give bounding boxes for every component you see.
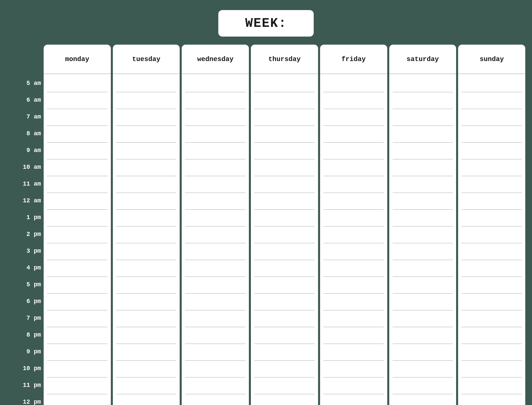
time-slot[interactable] xyxy=(461,126,522,143)
time-slot[interactable] xyxy=(116,394,177,405)
time-slot[interactable] xyxy=(323,126,384,143)
time-slot[interactable] xyxy=(116,109,177,126)
time-slot[interactable] xyxy=(116,260,177,277)
time-slot[interactable] xyxy=(116,75,177,92)
time-slot[interactable] xyxy=(185,310,246,327)
time-slot[interactable] xyxy=(185,143,246,159)
time-slot[interactable] xyxy=(185,92,246,109)
time-slot[interactable] xyxy=(47,75,107,92)
time-slot[interactable] xyxy=(116,344,177,361)
time-slot[interactable] xyxy=(323,260,384,277)
time-slot[interactable] xyxy=(116,159,177,176)
time-slot[interactable] xyxy=(47,327,107,344)
time-slot[interactable] xyxy=(47,193,107,210)
time-slot[interactable] xyxy=(393,109,453,126)
time-slot[interactable] xyxy=(254,377,315,394)
time-slot[interactable] xyxy=(47,143,107,159)
time-slot[interactable] xyxy=(461,226,522,243)
time-slot[interactable] xyxy=(47,344,107,361)
time-slot[interactable] xyxy=(393,327,453,344)
time-slot[interactable] xyxy=(254,226,315,243)
time-slot[interactable] xyxy=(185,377,246,394)
time-slot[interactable] xyxy=(185,159,246,176)
time-slot[interactable] xyxy=(461,159,522,176)
time-slot[interactable] xyxy=(47,176,107,193)
time-slot[interactable] xyxy=(47,159,107,176)
time-slot[interactable] xyxy=(393,294,453,310)
time-slot[interactable] xyxy=(254,159,315,176)
time-slot[interactable] xyxy=(461,294,522,310)
time-slot[interactable] xyxy=(393,394,453,405)
time-slot[interactable] xyxy=(323,294,384,310)
time-slot[interactable] xyxy=(185,193,246,210)
time-slot[interactable] xyxy=(461,260,522,277)
time-slot[interactable] xyxy=(393,92,453,109)
time-slot[interactable] xyxy=(254,327,315,344)
time-slot[interactable] xyxy=(393,159,453,176)
time-slot[interactable] xyxy=(254,277,315,294)
time-slot[interactable] xyxy=(116,176,177,193)
time-slot[interactable] xyxy=(116,294,177,310)
time-slot[interactable] xyxy=(323,310,384,327)
time-slot[interactable] xyxy=(323,75,384,92)
time-slot[interactable] xyxy=(393,193,453,210)
time-slot[interactable] xyxy=(47,277,107,294)
time-slot[interactable] xyxy=(254,126,315,143)
time-slot[interactable] xyxy=(461,176,522,193)
time-slot[interactable] xyxy=(116,361,177,377)
time-slot[interactable] xyxy=(254,176,315,193)
time-slot[interactable] xyxy=(185,126,246,143)
time-slot[interactable] xyxy=(254,310,315,327)
time-slot[interactable] xyxy=(116,210,177,226)
time-slot[interactable] xyxy=(254,75,315,92)
time-slot[interactable] xyxy=(323,193,384,210)
time-slot[interactable] xyxy=(254,193,315,210)
time-slot[interactable] xyxy=(461,193,522,210)
time-slot[interactable] xyxy=(47,294,107,310)
time-slot[interactable] xyxy=(116,143,177,159)
time-slot[interactable] xyxy=(393,243,453,260)
time-slot[interactable] xyxy=(116,226,177,243)
time-slot[interactable] xyxy=(323,394,384,405)
time-slot[interactable] xyxy=(461,75,522,92)
time-slot[interactable] xyxy=(185,277,246,294)
time-slot[interactable] xyxy=(323,226,384,243)
time-slot[interactable] xyxy=(47,310,107,327)
time-slot[interactable] xyxy=(461,327,522,344)
time-slot[interactable] xyxy=(47,361,107,377)
time-slot[interactable] xyxy=(461,394,522,405)
time-slot[interactable] xyxy=(254,109,315,126)
time-slot[interactable] xyxy=(393,143,453,159)
time-slot[interactable] xyxy=(461,143,522,159)
time-slot[interactable] xyxy=(254,210,315,226)
time-slot[interactable] xyxy=(116,277,177,294)
time-slot[interactable] xyxy=(323,92,384,109)
time-slot[interactable] xyxy=(393,260,453,277)
time-slot[interactable] xyxy=(323,210,384,226)
time-slot[interactable] xyxy=(185,327,246,344)
time-slot[interactable] xyxy=(461,277,522,294)
time-slot[interactable] xyxy=(47,226,107,243)
time-slot[interactable] xyxy=(393,210,453,226)
time-slot[interactable] xyxy=(185,243,246,260)
time-slot[interactable] xyxy=(254,361,315,377)
time-slot[interactable] xyxy=(254,243,315,260)
time-slot[interactable] xyxy=(116,92,177,109)
time-slot[interactable] xyxy=(254,143,315,159)
time-slot[interactable] xyxy=(47,243,107,260)
time-slot[interactable] xyxy=(323,344,384,361)
time-slot[interactable] xyxy=(185,394,246,405)
time-slot[interactable] xyxy=(461,210,522,226)
time-slot[interactable] xyxy=(185,260,246,277)
time-slot[interactable] xyxy=(323,327,384,344)
time-slot[interactable] xyxy=(323,277,384,294)
time-slot[interactable] xyxy=(116,310,177,327)
time-slot[interactable] xyxy=(185,294,246,310)
time-slot[interactable] xyxy=(47,126,107,143)
time-slot[interactable] xyxy=(254,294,315,310)
time-slot[interactable] xyxy=(323,243,384,260)
time-slot[interactable] xyxy=(461,377,522,394)
time-slot[interactable] xyxy=(185,176,246,193)
time-slot[interactable] xyxy=(323,109,384,126)
time-slot[interactable] xyxy=(185,344,246,361)
